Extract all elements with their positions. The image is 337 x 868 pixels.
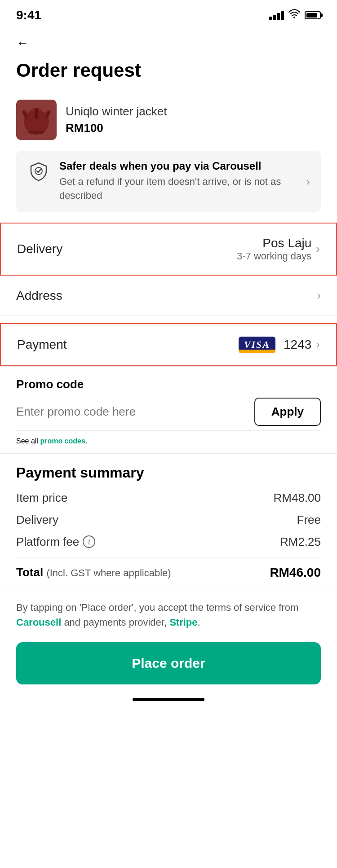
- promo-input-row: Apply: [16, 398, 321, 426]
- total-label: Total (Incl. GST where applicable): [16, 566, 171, 579]
- payment-row[interactable]: Payment VISA 1243 ›: [0, 323, 337, 366]
- delivery-value-wrap: Pos Laju 3-7 working days ›: [237, 236, 320, 262]
- visa-badge: VISA: [239, 337, 275, 353]
- product-price: RM100: [66, 121, 167, 135]
- product-info: Uniqlo winter jacket RM100: [66, 105, 167, 135]
- place-order-button[interactable]: Place order: [16, 642, 321, 684]
- footer-prefix: By tapping on 'Place order', you accept …: [16, 602, 298, 613]
- total-value: RM46.00: [270, 566, 321, 580]
- signal-icon: [269, 10, 284, 20]
- svg-point-3: [28, 131, 44, 134]
- payment-chevron-icon: ›: [316, 338, 320, 351]
- banner-chevron-icon: ›: [306, 175, 310, 189]
- summary-title: Payment summary: [16, 465, 321, 481]
- summary-item-price-row: Item price RM48.00: [16, 491, 321, 505]
- footer-text: By tapping on 'Place order', you accept …: [0, 591, 337, 642]
- banner-text: Safer deals when you pay via Carousell G…: [59, 160, 297, 203]
- delivery-duration: 3-7 working days: [237, 250, 311, 262]
- back-button[interactable]: ←: [0, 27, 337, 55]
- platform-fee-info-icon[interactable]: i: [83, 535, 95, 548]
- footer-period: .: [198, 617, 200, 628]
- visa-text: VISA: [244, 339, 270, 351]
- card-last4: 1243: [284, 338, 311, 352]
- summary-platform-row: Platform fee i RM2.25: [16, 535, 321, 549]
- summary-divider: [16, 557, 321, 557]
- platform-fee-label: Platform fee i: [16, 535, 95, 549]
- total-note: (Incl. GST where applicable): [46, 567, 171, 579]
- banner-title: Safer deals when you pay via Carousell: [59, 160, 297, 172]
- item-price-value: RM48.00: [274, 491, 321, 505]
- address-label: Address: [16, 289, 62, 303]
- delivery-row[interactable]: Delivery Pos Laju 3-7 working days ›: [0, 223, 337, 276]
- total-label-text: Total: [16, 566, 43, 579]
- wifi-icon: [288, 9, 300, 22]
- shield-icon: [27, 160, 50, 183]
- safety-banner[interactable]: Safer deals when you pay via Carousell G…: [16, 151, 321, 212]
- promo-link-row: See all promo codes.: [0, 431, 337, 453]
- carousell-link[interactable]: Carousell: [16, 617, 61, 628]
- delivery-chevron-icon: ›: [316, 242, 320, 256]
- status-time: 9:41: [16, 8, 41, 22]
- promo-codes-link[interactable]: promo codes.: [40, 437, 87, 445]
- home-indicator: [0, 698, 337, 710]
- address-chevron-icon: ›: [317, 289, 321, 302]
- product-row: Uniqlo winter jacket RM100: [0, 92, 337, 151]
- svg-point-0: [293, 17, 295, 18]
- footer-and: and payments provider,: [61, 617, 169, 628]
- home-indicator-bar: [133, 698, 204, 701]
- promo-code-section: Promo code Apply: [0, 366, 337, 430]
- see-all-text: See all: [16, 437, 40, 445]
- payment-value-wrap: VISA 1243 ›: [239, 337, 320, 353]
- battery-icon: [305, 11, 321, 19]
- address-value-wrap: ›: [317, 289, 321, 302]
- product-name: Uniqlo winter jacket: [66, 105, 167, 118]
- item-price-label: Item price: [16, 491, 67, 505]
- back-arrow-icon: ←: [16, 36, 29, 50]
- delivery-provider: Pos Laju: [237, 236, 311, 250]
- payment-label: Payment: [17, 338, 67, 352]
- product-image: [16, 100, 57, 140]
- summary-delivery-row: Delivery Free: [16, 513, 321, 527]
- address-row[interactable]: Address ›: [0, 276, 337, 316]
- delivery-label: Delivery: [17, 242, 62, 256]
- banner-desc: Get a refund if your item doesn't arrive…: [59, 175, 297, 203]
- payment-summary: Payment summary Item price RM48.00 Deliv…: [0, 454, 337, 591]
- delivery-fee-value: Free: [297, 513, 321, 527]
- promo-label: Promo code: [16, 377, 321, 391]
- promo-code-input[interactable]: [16, 405, 247, 419]
- apply-button[interactable]: Apply: [254, 398, 321, 426]
- status-bar: 9:41: [0, 0, 337, 27]
- total-row: Total (Incl. GST where applicable) RM46.…: [16, 566, 321, 580]
- delivery-fee-label: Delivery: [16, 513, 58, 527]
- status-icons: [269, 9, 321, 22]
- platform-fee-value: RM2.25: [280, 535, 321, 549]
- delivery-value: Pos Laju 3-7 working days: [237, 236, 311, 262]
- stripe-link[interactable]: Stripe: [169, 617, 197, 628]
- page-title: Order request: [0, 55, 337, 92]
